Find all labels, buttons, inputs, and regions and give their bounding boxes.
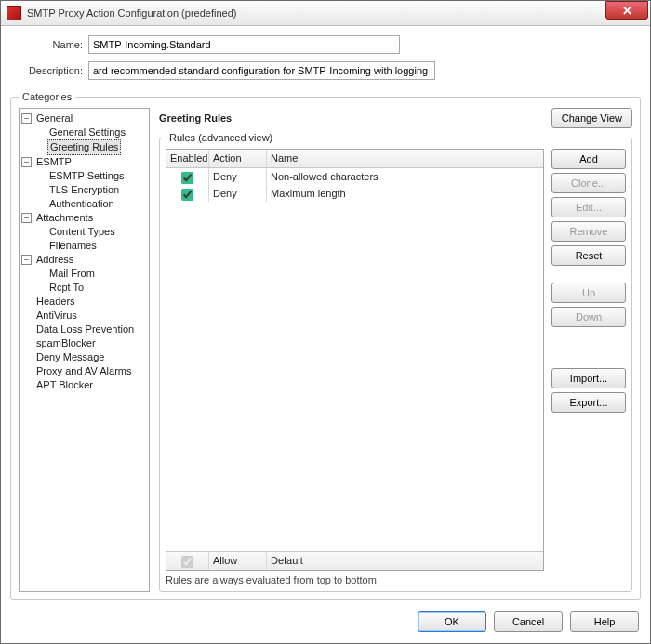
default-action-cell: Allow (209, 552, 267, 570)
default-enabled-cell (166, 552, 209, 570)
row-enabled-checkbox[interactable] (181, 172, 193, 184)
tree-item-label: Content Types (47, 225, 117, 239)
tree-mail-from[interactable]: Mail From (21, 267, 149, 281)
tree-item-label: AntiVirus (34, 309, 79, 322)
description-label: Description: (27, 65, 83, 76)
col-enabled[interactable]: Enabled (166, 150, 209, 167)
right-panel: Greeting Rules Change View Rules (advanc… (150, 108, 632, 592)
rules-body: Enabled Action Name DenyNon-allowed char… (166, 149, 626, 571)
import-button[interactable]: Import... (551, 368, 626, 388)
side-buttons: Add Clone... Edit... Remove Reset Up Dow… (551, 149, 626, 571)
cancel-button[interactable]: Cancel (494, 611, 563, 632)
table-body: DenyNon-allowed charactersDenyMaximum le… (166, 168, 543, 551)
col-name[interactable]: Name (267, 150, 543, 167)
tree-tls-encryption[interactable]: TLS Encryption (21, 183, 149, 197)
tree-item-label: Proxy and AV Alarms (34, 364, 134, 378)
tree-item-label: ESMTP (34, 155, 73, 169)
tree-general[interactable]: −General (21, 112, 149, 125)
tree-item-label: General Settings (47, 125, 127, 139)
tree-item-label: spamBlocker (34, 336, 98, 350)
rules-hint: Rules are always evaluated from top to b… (166, 574, 626, 585)
close-button[interactable]: ✕ (605, 1, 648, 20)
rules-table[interactable]: Enabled Action Name DenyNon-allowed char… (166, 149, 544, 571)
row-description: Description: (27, 61, 641, 80)
client-area: Name: Description: Categories −GeneralGe… (1, 26, 650, 602)
tree-filenames[interactable]: Filenames (21, 239, 149, 253)
row-action-cell: Deny (209, 185, 267, 202)
tree-deny-message[interactable]: Deny Message (21, 350, 149, 364)
tree-item-label: Greeting Rules (47, 139, 121, 155)
row-name-cell: Non-allowed characters (267, 168, 543, 185)
tree-item-label: Address (34, 253, 75, 267)
categories-legend: Categories (19, 91, 75, 102)
tree-esmtp[interactable]: −ESMTP (21, 155, 149, 169)
table-header: Enabled Action Name (166, 150, 543, 168)
expand-icon[interactable]: − (21, 255, 32, 265)
dialog-footer: OK Cancel Help (1, 602, 650, 643)
tree-item-label: TLS Encryption (47, 183, 121, 197)
tree-authentication[interactable]: Authentication (21, 197, 149, 211)
ok-button[interactable]: OK (418, 611, 486, 632)
tree-item-label: Rcpt To (47, 281, 86, 295)
row-name: Name: (27, 35, 641, 54)
tree-apt-blocker[interactable]: APT Blocker (21, 378, 149, 392)
expand-icon[interactable]: − (21, 157, 32, 167)
tree-rcpt-to[interactable]: Rcpt To (21, 281, 149, 295)
app-icon (7, 6, 21, 20)
edit-button: Edit... (551, 197, 626, 217)
tree-item-label: APT Blocker (34, 378, 95, 392)
tree-item-label: Headers (34, 295, 77, 309)
name-input[interactable] (88, 35, 400, 54)
name-label: Name: (27, 39, 83, 50)
row-action-cell: Deny (209, 168, 267, 185)
down-button: Down (551, 307, 626, 327)
tree-item-label: ESMTP Settings (47, 169, 126, 183)
remove-button: Remove (551, 221, 626, 242)
tree-item-label: Filenames (47, 239, 99, 253)
col-action[interactable]: Action (209, 150, 267, 167)
tree-item-label: Deny Message (34, 350, 106, 364)
tree-item-label: Data Loss Prevention (34, 322, 136, 336)
window-title: SMTP Proxy Action Configuration (predefi… (27, 7, 605, 19)
table-row[interactable]: DenyMaximum length (166, 185, 543, 202)
tree-attachments[interactable]: −Attachments (21, 211, 149, 225)
panel-header: Greeting Rules Change View (159, 108, 632, 128)
tree-spamblocker[interactable]: spamBlocker (21, 336, 149, 350)
up-button: Up (551, 283, 626, 303)
table-row[interactable]: DenyNon-allowed characters (166, 168, 543, 185)
expand-icon[interactable]: − (21, 213, 32, 223)
close-icon: ✕ (622, 4, 632, 18)
export-button[interactable]: Export... (551, 392, 626, 413)
clone-button: Clone... (551, 173, 626, 193)
categories-fieldset: Categories −GeneralGeneral SettingsGreet… (10, 91, 641, 600)
add-button[interactable]: Add (551, 149, 626, 169)
tree-item-label: Attachments (34, 211, 95, 225)
tree-esmtp-settings[interactable]: ESMTP Settings (21, 169, 149, 183)
tree-item-label: Mail From (47, 267, 97, 281)
panel-heading: Greeting Rules (159, 112, 551, 124)
rules-legend: Rules (advanced view) (166, 132, 276, 143)
expand-icon[interactable]: − (21, 113, 32, 124)
tree-item-label: Authentication (47, 197, 116, 211)
dialog-window: SMTP Proxy Action Configuration (predefi… (0, 0, 651, 644)
tree-antivirus[interactable]: AntiVirus (21, 309, 149, 322)
change-view-button[interactable]: Change View (551, 108, 632, 128)
row-enabled-checkbox[interactable] (181, 189, 193, 201)
tree-proxy-av-alarms[interactable]: Proxy and AV Alarms (21, 364, 149, 378)
titlebar: SMTP Proxy Action Configuration (predefi… (1, 1, 650, 26)
default-name-cell: Default (267, 552, 543, 570)
help-button[interactable]: Help (570, 611, 639, 632)
categories-tree[interactable]: −GeneralGeneral SettingsGreeting Rules−E… (19, 108, 150, 592)
rules-fieldset: Rules (advanced view) Enabled Action Nam… (159, 132, 632, 592)
tree-address[interactable]: −Address (21, 253, 149, 267)
tree-headers[interactable]: Headers (21, 295, 149, 309)
row-name-cell: Maximum length (267, 185, 543, 202)
tree-general-settings[interactable]: General Settings (21, 125, 149, 139)
reset-button[interactable]: Reset (551, 245, 626, 266)
tree-content-types[interactable]: Content Types (21, 225, 149, 239)
description-input[interactable] (88, 61, 435, 80)
table-footer-row: Allow Default (166, 551, 543, 570)
tree-item-label: General (34, 112, 74, 125)
tree-dlp[interactable]: Data Loss Prevention (21, 322, 149, 336)
tree-greeting-rules[interactable]: Greeting Rules (21, 139, 149, 155)
